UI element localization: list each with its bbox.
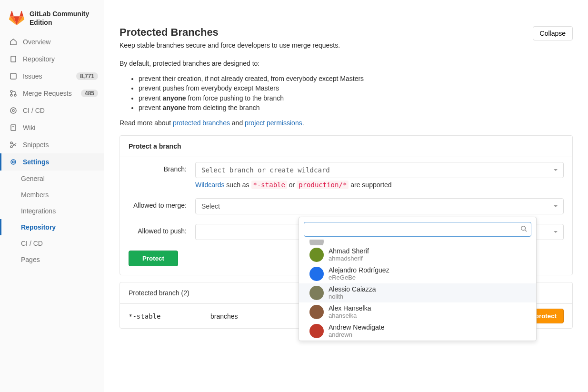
list-item[interactable]: Alex Hanselka ahanselka bbox=[299, 302, 536, 322]
nav-label: Settings bbox=[23, 158, 98, 166]
nav-label: Wiki bbox=[23, 124, 98, 131]
issues-icon bbox=[10, 72, 17, 80]
home-icon bbox=[10, 38, 17, 46]
dropdown-list: Ahmad Sherif ahmadsherif Alejandro Rodrí… bbox=[299, 240, 536, 341]
svg-line-14 bbox=[525, 230, 527, 232]
svg-rect-0 bbox=[11, 56, 16, 62]
brand: GitLab Community Edition bbox=[0, 6, 104, 33]
gear-icon bbox=[10, 158, 17, 166]
list-item[interactable]: Alessio Caiazza nolith bbox=[299, 283, 536, 302]
nav-issues[interactable]: Issues 8,771 bbox=[0, 68, 104, 85]
user-name: Andrew Newdigate bbox=[329, 324, 385, 331]
bullet-2: prevent pushes from everybody except Mas… bbox=[139, 83, 573, 93]
list-item[interactable]: Alejandro Rodríguez eReGeBe bbox=[299, 264, 536, 283]
info-block: By default, protected branches are desig… bbox=[120, 60, 573, 127]
svg-point-6 bbox=[12, 110, 14, 111]
dropdown-search[interactable] bbox=[304, 222, 531, 237]
nav-label: CI / CD bbox=[23, 107, 98, 114]
protect-button[interactable]: Protect bbox=[129, 251, 178, 266]
user-name: Ahmad Sherif bbox=[329, 248, 369, 255]
chevron-down-icon bbox=[554, 231, 558, 233]
file-icon bbox=[10, 55, 17, 63]
nav-badge: 485 bbox=[81, 90, 98, 97]
user-username: andrewn bbox=[329, 332, 385, 338]
bullet-4: prevent anyone from deleting the branch bbox=[139, 103, 573, 112]
user-username: eReGeBe bbox=[329, 274, 389, 281]
chevron-down-icon bbox=[554, 205, 558, 207]
user-name: Alejandro Rodríguez bbox=[329, 267, 389, 274]
nav-merge-requests[interactable]: Merge Requests 485 bbox=[0, 85, 104, 102]
branch-name: *-stable bbox=[129, 312, 205, 320]
bullet-3: prevent anyone from force pushing to the… bbox=[139, 93, 573, 103]
subnav-repository[interactable]: Repository bbox=[0, 219, 104, 235]
dropdown-search-input[interactable] bbox=[308, 226, 520, 233]
avatar bbox=[309, 324, 324, 338]
nav-label: Snippets bbox=[23, 141, 98, 149]
search-icon bbox=[520, 225, 527, 233]
wildcard-hint: Wildcards such as *-stable or production… bbox=[195, 181, 564, 189]
svg-point-4 bbox=[14, 94, 16, 96]
subnav-members[interactable]: Members bbox=[0, 187, 104, 203]
nav-settings[interactable]: Settings bbox=[0, 153, 104, 171]
gitlab-logo-icon bbox=[9, 10, 25, 26]
svg-point-12 bbox=[12, 161, 14, 163]
wildcards-link[interactable]: Wildcards bbox=[195, 181, 224, 189]
user-dropdown: Ahmad Sherif ahmadsherif Alejandro Rodrí… bbox=[299, 217, 537, 341]
user-username: nolith bbox=[329, 293, 376, 300]
svg-point-5 bbox=[10, 108, 16, 113]
list-item[interactable]: Andrew Newdigate andrewn bbox=[299, 322, 536, 341]
svg-point-3 bbox=[10, 94, 12, 96]
avatar bbox=[309, 305, 324, 319]
avatar bbox=[309, 286, 324, 300]
nav-ci-cd[interactable]: CI / CD bbox=[0, 102, 104, 119]
collapse-button[interactable]: Collapse bbox=[533, 26, 573, 40]
settings-subnav: General Members Integrations Repository … bbox=[0, 171, 104, 268]
svg-point-13 bbox=[521, 226, 526, 231]
book-icon bbox=[10, 124, 17, 131]
nav-label: Merge Requests bbox=[23, 90, 75, 97]
project-permissions-link[interactable]: project permissions bbox=[245, 119, 302, 127]
branch-select[interactable]: Select branch or create wildcard bbox=[195, 162, 564, 178]
nav-overview[interactable]: Overview bbox=[0, 33, 104, 50]
nav-repository[interactable]: Repository bbox=[0, 50, 104, 68]
matching-branches: branches bbox=[210, 312, 263, 320]
avatar bbox=[309, 248, 324, 262]
subnav-general[interactable]: General bbox=[0, 171, 104, 187]
rocket-icon bbox=[10, 107, 17, 114]
nav-label: Overview bbox=[23, 38, 98, 46]
readmore: Read more about protected branches and p… bbox=[120, 119, 573, 127]
subnav-cicd[interactable]: CI / CD bbox=[0, 235, 104, 251]
allowed-merge-select[interactable]: Select bbox=[195, 198, 564, 214]
user-username: ahmadsherif bbox=[329, 255, 369, 262]
nav-label: Repository bbox=[23, 55, 98, 63]
push-placeholder bbox=[201, 228, 203, 236]
svg-point-9 bbox=[10, 146, 12, 148]
list-item[interactable]: Ahmad Sherif ahmadsherif bbox=[299, 245, 536, 264]
svg-point-2 bbox=[10, 90, 12, 92]
svg-rect-1 bbox=[10, 73, 16, 79]
list-item-cutoff bbox=[299, 240, 536, 245]
avatar bbox=[309, 267, 324, 281]
subnav-pages[interactable]: Pages bbox=[0, 251, 104, 268]
page-subtitle: Keep stable branches secure and force de… bbox=[120, 41, 340, 49]
user-name: Alessio Caiazza bbox=[329, 286, 376, 293]
sidebar: GitLab Community Edition Overview Reposi… bbox=[0, 0, 104, 392]
intro-text: By default, protected branches are desig… bbox=[120, 60, 573, 67]
protected-branches-link[interactable]: protected branches bbox=[173, 119, 230, 127]
nav-wiki[interactable]: Wiki bbox=[0, 119, 104, 136]
svg-point-11 bbox=[11, 160, 16, 164]
branch-placeholder: Select branch or create wildcard bbox=[201, 166, 330, 174]
nav-badge: 8,771 bbox=[76, 72, 98, 80]
merge-icon bbox=[10, 90, 17, 97]
nav-snippets[interactable]: Snippets bbox=[0, 136, 104, 153]
svg-point-10 bbox=[10, 142, 12, 144]
protect-panel-title: Protect a branch bbox=[120, 136, 572, 157]
branch-label: Branch: bbox=[129, 162, 187, 173]
user-name: Alex Hanselka bbox=[329, 305, 371, 312]
user-username: ahanselka bbox=[329, 312, 371, 319]
subnav-integrations[interactable]: Integrations bbox=[0, 203, 104, 219]
svg-rect-7 bbox=[11, 125, 16, 131]
brand-title: GitLab Community Edition bbox=[30, 10, 96, 27]
merge-placeholder: Select bbox=[201, 202, 220, 210]
chevron-down-icon bbox=[554, 169, 558, 171]
